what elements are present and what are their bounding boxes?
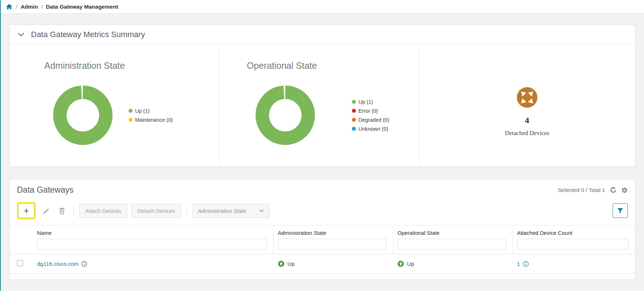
legend-item-unknown: Unknown (0) xyxy=(352,126,389,132)
legend-dot-icon xyxy=(129,118,133,122)
gateways-toolbar: + Attach Devices Detach Devices Admin xyxy=(10,199,635,225)
administration-state-title: Administration State xyxy=(44,61,219,71)
metrics-summary-panel: Data Gateway Metrics Summary Administrat… xyxy=(9,24,635,167)
detached-devices-section: 4 Detached Devices xyxy=(419,45,635,166)
breadcrumb-admin[interactable]: Admin xyxy=(21,4,38,10)
selection-summary: Selected 0 / Total 1 xyxy=(558,187,605,193)
operational-state-filter-input[interactable] xyxy=(398,239,506,250)
name-filter-input[interactable] xyxy=(37,239,267,250)
edit-gateway-button[interactable] xyxy=(40,205,52,217)
administration-state-legend: Up (1) Maintenance (0) xyxy=(129,108,173,123)
pencil-icon xyxy=(43,207,50,214)
detached-devices-icon xyxy=(517,87,537,108)
legend-dot-icon xyxy=(352,109,356,113)
legend-dot-icon xyxy=(129,109,133,113)
administration-state-value: Up xyxy=(287,261,295,267)
refresh-button[interactable] xyxy=(610,187,617,193)
metrics-summary-content: Administration State Up (1) Maintenance … xyxy=(10,45,635,166)
operational-state-legend: Up (1) Error (0) Degraded (0) Unknown (0… xyxy=(352,99,389,132)
info-icon[interactable] xyxy=(81,261,87,267)
breadcrumb-current-page: Data Gateway Management xyxy=(46,4,118,10)
operational-state-value: Up xyxy=(407,261,414,267)
attached-device-count-link[interactable]: 1 xyxy=(517,261,520,267)
column-header-attached-device-count[interactable]: Attached Device Count xyxy=(513,225,635,239)
add-gateway-button[interactable]: + xyxy=(18,203,34,218)
metrics-summary-header: Data Gateway Metrics Summary xyxy=(10,25,635,45)
gear-icon: ⚙ xyxy=(621,187,628,194)
operational-state-donut-chart xyxy=(255,85,316,146)
state-up-icon xyxy=(278,260,285,267)
administration-state-dropdown[interactable]: Administration State xyxy=(192,204,269,218)
legend-item-up: Up (1) xyxy=(129,108,173,114)
home-icon[interactable] xyxy=(6,3,13,10)
toolbar-divider xyxy=(73,206,74,215)
metrics-summary-title: Data Gateway Metrics Summary xyxy=(31,30,145,39)
administration-state-donut-chart xyxy=(52,85,113,146)
data-gateways-panel: Data Gateways Selected 0 / Total 1 ⚙ + xyxy=(9,179,635,280)
settings-button[interactable]: ⚙ xyxy=(621,187,628,194)
chevron-down-icon xyxy=(259,209,264,212)
table-row: dg116.cisco.com xyxy=(10,254,635,274)
attach-devices-button[interactable]: Attach Devices xyxy=(79,204,128,218)
detached-devices-label: Detached Devices xyxy=(505,130,549,137)
column-header-name[interactable]: Name xyxy=(33,225,273,239)
legend-dot-icon xyxy=(352,100,356,104)
column-header-administration-state[interactable]: Administration State xyxy=(273,225,393,239)
filter-button[interactable] xyxy=(613,203,628,218)
refresh-icon xyxy=(610,187,617,193)
chevron-down-icon xyxy=(18,32,24,37)
attached-device-count-filter-input[interactable] xyxy=(517,239,629,250)
breadcrumb: / Admin / Data Gateway Management xyxy=(1,0,644,14)
administration-state-filter-input[interactable] xyxy=(278,239,386,250)
legend-dot-icon xyxy=(352,127,356,131)
toolbar-divider xyxy=(187,206,187,215)
table-header-row: Name Administration State Operational St… xyxy=(10,225,635,239)
delete-gateway-button[interactable] xyxy=(56,205,68,217)
table-filter-row xyxy=(10,239,635,254)
operational-state-chart-section: Operational State Up (1) Error (0) xyxy=(219,45,419,166)
state-up-icon xyxy=(397,260,404,267)
collapse-metrics-button[interactable] xyxy=(17,32,25,37)
operational-state-title: Operational State xyxy=(247,61,419,71)
legend-item-error: Error (0) xyxy=(352,108,389,114)
administration-state-chart-section: Administration State Up (1) Maintenance … xyxy=(10,45,219,166)
breadcrumb-separator: / xyxy=(16,4,17,10)
gateways-table: Name Administration State Operational St… xyxy=(10,225,635,274)
legend-dot-icon xyxy=(352,118,356,122)
legend-item-degraded: Degraded (0) xyxy=(352,117,389,123)
column-header-operational-state[interactable]: Operational State xyxy=(393,225,513,239)
legend-item-maintenance: Maintenance (0) xyxy=(129,117,173,123)
data-gateways-header: Data Gateways Selected 0 / Total 1 ⚙ xyxy=(10,179,635,199)
filter-funnel-icon xyxy=(617,208,623,214)
detached-devices-count: 4 xyxy=(525,116,529,125)
checkbox-column-header xyxy=(10,225,33,239)
info-icon[interactable] xyxy=(523,261,529,267)
detach-devices-button[interactable]: Detach Devices xyxy=(131,204,181,218)
data-gateways-title: Data Gateways xyxy=(17,185,73,195)
breadcrumb-separator: / xyxy=(41,4,43,10)
row-checkbox[interactable] xyxy=(17,260,23,266)
legend-item-up: Up (1) xyxy=(352,99,389,105)
gateway-name-link[interactable]: dg116.cisco.com xyxy=(37,261,79,267)
trash-icon xyxy=(58,207,66,215)
